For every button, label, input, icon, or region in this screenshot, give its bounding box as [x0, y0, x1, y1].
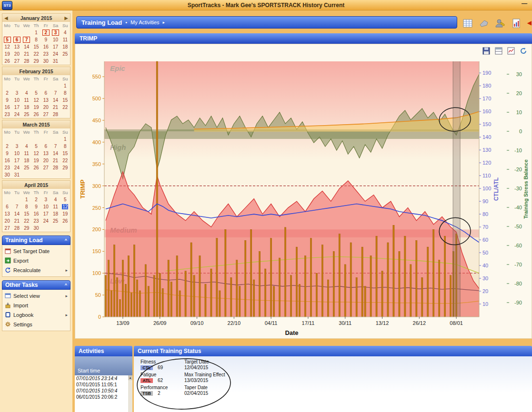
calendar-day[interactable]: 8 — [60, 89, 70, 97]
calendar-day[interactable]: 26 — [2, 58, 12, 65]
calendar-day[interactable]: 10 — [41, 203, 50, 210]
task-item-recalculate[interactable]: Recalculate▸ — [3, 265, 69, 275]
equipment-icon[interactable] — [478, 18, 490, 29]
calendar-day[interactable]: 3 — [12, 89, 21, 97]
calendar-day[interactable]: 5 — [2, 36, 12, 43]
calendar-day[interactable]: 18 — [22, 157, 31, 164]
calendar-day[interactable]: 6 — [2, 203, 12, 210]
breadcrumb-arrow-icon[interactable]: ▸ — [163, 20, 165, 25]
calendar-day[interactable]: 16 — [2, 157, 12, 164]
calendar-day[interactable]: 25 — [50, 217, 60, 225]
calendar-day[interactable]: 6 — [41, 143, 50, 150]
calendar-day[interactable]: 11 — [22, 150, 31, 157]
collapse-panel-icon[interactable]: ◀ — [527, 20, 532, 26]
calendar-day[interactable]: 21 — [22, 50, 31, 58]
calendar-day[interactable]: 12 — [31, 97, 41, 104]
calendar-day[interactable]: 20 — [2, 217, 12, 225]
calendar-day[interactable]: 24 — [12, 111, 21, 118]
calendar-next-icon[interactable]: ▶ — [64, 16, 69, 20]
calendar-day[interactable]: 24 — [41, 217, 50, 225]
calendar-day[interactable]: 31 — [50, 58, 60, 65]
calendar-day[interactable]: 13 — [41, 150, 50, 157]
save-icon[interactable] — [482, 47, 491, 55]
calendar-day[interactable]: 17 — [12, 157, 21, 164]
calendar-day[interactable]: 1 — [31, 29, 41, 36]
report-icon[interactable] — [511, 18, 522, 29]
calendar-day[interactable]: 17 — [41, 210, 50, 217]
calendar-day[interactable]: 20 — [41, 157, 50, 164]
calendar-day[interactable]: 2 — [2, 143, 12, 150]
activity-row[interactable]: 06/01/2015 20:06:2 — [75, 394, 132, 400]
calendar-day[interactable]: 28 — [22, 58, 31, 65]
calendar-day[interactable]: 13 — [12, 43, 21, 50]
calendar-day[interactable]: 14 — [22, 43, 31, 50]
task-item-settings[interactable]: Settings — [3, 320, 69, 329]
calendar-day[interactable]: 11 — [60, 36, 70, 43]
calendar-day[interactable]: 20 — [12, 50, 21, 58]
calendar-day[interactable]: 26 — [60, 217, 70, 225]
calendar-day[interactable]: 30 — [2, 171, 12, 178]
calendar-day[interactable]: 30 — [31, 225, 41, 232]
calendar-day[interactable]: 11 — [22, 97, 31, 104]
task-item-export[interactable]: Export — [3, 256, 69, 265]
calendar-day[interactable]: 7 — [12, 203, 21, 210]
calendar-day[interactable]: 3 — [50, 29, 60, 36]
calendar-day[interactable]: 2 — [31, 196, 41, 203]
calendar-day[interactable]: 6 — [41, 89, 50, 97]
calendar-day[interactable]: 18 — [22, 104, 31, 111]
calendar-day[interactable]: 5 — [31, 143, 41, 150]
activities-scrollbar[interactable]: ▲ — [128, 375, 132, 412]
calendar-day[interactable]: 5 — [60, 196, 70, 203]
calendar-day[interactable]: 4 — [60, 29, 70, 36]
calendar-day[interactable]: 26 — [31, 164, 41, 171]
calendar-day[interactable]: 2 — [41, 29, 50, 36]
calendar-day[interactable]: 10 — [12, 150, 21, 157]
calendar-day[interactable]: 28 — [12, 225, 21, 232]
calendar-day[interactable]: 25 — [22, 164, 31, 171]
calendar-day[interactable]: 24 — [12, 164, 21, 171]
calendar-day[interactable]: 9 — [31, 203, 41, 210]
calendar-day[interactable]: 14 — [50, 150, 60, 157]
start-time-column-header[interactable]: Start time — [75, 356, 132, 375]
calendar-day[interactable]: 9 — [2, 150, 12, 157]
calendar-day[interactable]: 4 — [22, 143, 31, 150]
calendar-day[interactable]: 22 — [60, 104, 70, 111]
calendar-day[interactable]: 10 — [50, 36, 60, 43]
scroll-up-icon[interactable]: ▲ — [128, 375, 132, 380]
breadcrumb[interactable]: My Activities — [130, 20, 160, 25]
activity-row[interactable]: 07/01/2015 10:50:4 — [75, 388, 132, 394]
calendar-day[interactable]: 1 — [22, 196, 31, 203]
task-item-import[interactable]: Import — [3, 301, 69, 310]
trimp-chart[interactable]: EpicHighMediumLow05010015020025030035040… — [75, 44, 532, 338]
layout-icon[interactable] — [494, 47, 503, 55]
task-item-set-target-date[interactable]: Set Target Date — [3, 246, 69, 256]
calendar-day[interactable]: 26 — [31, 111, 41, 118]
calendar-day[interactable]: 15 — [60, 97, 70, 104]
minimize-button[interactable]: — — [522, 0, 527, 7]
view-header[interactable]: Training Load • My Activities ▸ — [76, 16, 457, 29]
calendar-day[interactable]: 29 — [60, 164, 70, 171]
calendar-day[interactable]: 27 — [41, 164, 50, 171]
calendar-day[interactable]: 28 — [50, 164, 60, 171]
calendar-day[interactable]: 17 — [12, 104, 21, 111]
activity-row[interactable]: 07/01/2015 11:05:1 — [75, 382, 132, 388]
calendar-day[interactable]: 19 — [60, 210, 70, 217]
calendar-day[interactable]: 24 — [50, 50, 60, 58]
calendar-day[interactable]: 9 — [41, 36, 50, 43]
calendar-day[interactable]: 15 — [31, 43, 41, 50]
calendar-day[interactable]: 29 — [31, 58, 41, 65]
calendar-day[interactable]: 18 — [50, 210, 60, 217]
calendar-day[interactable]: 3 — [12, 143, 21, 150]
calendar-day[interactable]: 8 — [22, 203, 31, 210]
calendar-day[interactable]: 27 — [2, 225, 12, 232]
athlete-icon[interactable] — [494, 18, 506, 29]
collapse-chevron-icon[interactable]: ^ — [65, 238, 67, 243]
task-panel-header[interactable]: Other Tasks^ — [2, 280, 70, 290]
calendar-day[interactable]: 5 — [31, 89, 41, 97]
calendar-day[interactable]: 3 — [41, 196, 50, 203]
calendar-day[interactable]: 19 — [2, 50, 12, 58]
calendar-day[interactable]: 22 — [31, 50, 41, 58]
calendar-day[interactable]: 9 — [2, 97, 12, 104]
calendar-day[interactable]: 10 — [12, 97, 21, 104]
calendar-day[interactable]: 16 — [41, 43, 50, 50]
